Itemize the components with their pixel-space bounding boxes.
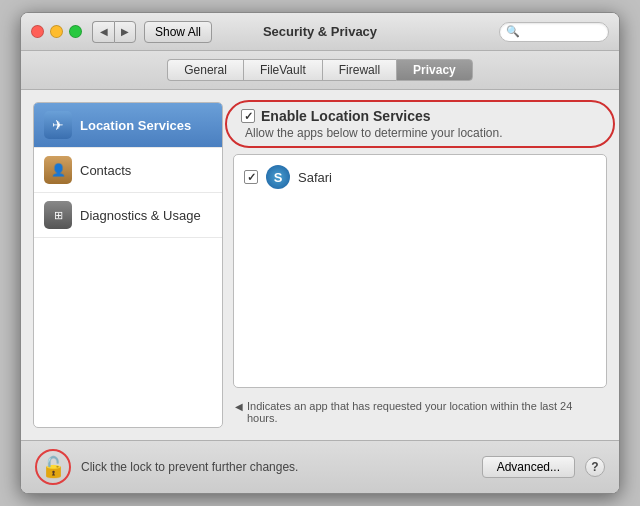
main-panel: ✓ Enable Location Services Allow the app… bbox=[233, 102, 607, 428]
enable-location-sublabel: Allow the apps below to determine your l… bbox=[241, 126, 599, 140]
back-button[interactable]: ◀ bbox=[92, 21, 114, 43]
footnote: ◀ Indicates an app that has requested yo… bbox=[233, 396, 607, 428]
safari-checkbox[interactable]: ✓ bbox=[244, 170, 258, 184]
search-box[interactable]: 🔍 bbox=[499, 22, 609, 42]
lock-button[interactable]: 🔓 bbox=[35, 449, 71, 485]
safari-icon: S bbox=[266, 165, 290, 189]
lock-label: Click the lock to prevent further change… bbox=[81, 460, 472, 474]
main-window: ◀ ▶ Show All Security & Privacy 🔍 Genera… bbox=[20, 12, 620, 494]
diagnostics-icon: ⊞ bbox=[44, 201, 72, 229]
tab-privacy[interactable]: Privacy bbox=[396, 59, 473, 81]
location-icon: ✈ bbox=[44, 111, 72, 139]
maximize-button[interactable] bbox=[69, 25, 82, 38]
sidebar: ✈ Location Services 👤 Contacts ⊞ Diagnos… bbox=[33, 102, 223, 428]
sidebar-label-contacts: Contacts bbox=[80, 163, 131, 178]
nav-buttons: ◀ ▶ bbox=[92, 21, 136, 43]
footnote-arrow-icon: ◀ bbox=[235, 401, 243, 412]
tabs-toolbar: General FileVault Firewall Privacy bbox=[21, 51, 619, 90]
show-all-button[interactable]: Show All bbox=[144, 21, 212, 43]
sidebar-label-location: Location Services bbox=[80, 118, 191, 133]
sidebar-item-diagnostics[interactable]: ⊞ Diagnostics & Usage bbox=[34, 193, 222, 238]
bottom-bar: 🔓 Click the lock to prevent further chan… bbox=[21, 440, 619, 493]
safari-label: Safari bbox=[298, 170, 332, 185]
footnote-text: Indicates an app that has requested your… bbox=[247, 400, 605, 424]
tab-general[interactable]: General bbox=[167, 59, 243, 81]
sidebar-label-diagnostics: Diagnostics & Usage bbox=[80, 208, 201, 223]
contacts-icon: 👤 bbox=[44, 156, 72, 184]
content-area: ✈ Location Services 👤 Contacts ⊞ Diagnos… bbox=[21, 90, 619, 440]
search-input[interactable] bbox=[523, 26, 602, 38]
checkmark-icon: ✓ bbox=[244, 110, 253, 123]
sidebar-item-location[interactable]: ✈ Location Services bbox=[34, 103, 222, 148]
close-button[interactable] bbox=[31, 25, 44, 38]
tab-firewall[interactable]: Firewall bbox=[322, 59, 396, 81]
traffic-lights bbox=[31, 25, 82, 38]
safari-checkmark: ✓ bbox=[247, 171, 256, 184]
advanced-button[interactable]: Advanced... bbox=[482, 456, 575, 478]
help-button[interactable]: ? bbox=[585, 457, 605, 477]
tab-filevault[interactable]: FileVault bbox=[243, 59, 322, 81]
lock-icon: 🔓 bbox=[41, 455, 66, 479]
window-title: Security & Privacy bbox=[263, 24, 377, 39]
enable-checkbox-row: ✓ Enable Location Services bbox=[241, 108, 599, 124]
enable-check-area: ✓ Enable Location Services Allow the app… bbox=[241, 108, 599, 140]
enable-location-label: Enable Location Services bbox=[261, 108, 431, 124]
forward-button[interactable]: ▶ bbox=[114, 21, 136, 43]
minimize-button[interactable] bbox=[50, 25, 63, 38]
sidebar-item-contacts[interactable]: 👤 Contacts bbox=[34, 148, 222, 193]
enable-location-checkbox[interactable]: ✓ bbox=[241, 109, 255, 123]
search-icon: 🔍 bbox=[506, 25, 520, 38]
titlebar: ◀ ▶ Show All Security & Privacy 🔍 bbox=[21, 13, 619, 51]
enable-location-row: ✓ Enable Location Services Allow the app… bbox=[233, 102, 607, 146]
apps-list: ✓ S Safari bbox=[233, 154, 607, 388]
app-row-safari: ✓ S Safari bbox=[240, 161, 600, 193]
